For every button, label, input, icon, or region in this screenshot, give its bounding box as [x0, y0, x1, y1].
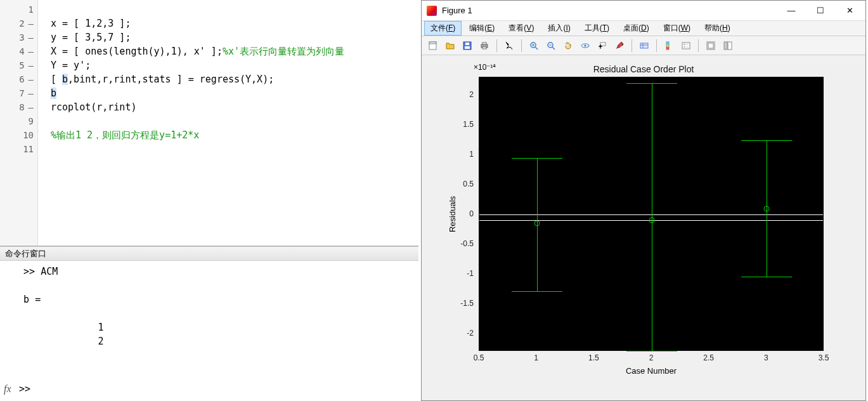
y-tick-label: 1.5 — [463, 120, 474, 129]
data-cursor-icon[interactable] — [595, 38, 610, 53]
svg-rect-21 — [640, 43, 648, 48]
residual-marker[interactable] — [534, 221, 540, 227]
y-tick-label: 1 — [469, 150, 474, 159]
x-tick-label: 3 — [764, 353, 768, 362]
editor-pane: 12–3–4–5–6–7–8–91011 x = [ 1,2,3 ];y = [… — [0, 0, 418, 246]
x-tick-label: 0.5 — [474, 353, 484, 362]
edit-plot-icon[interactable] — [502, 38, 517, 53]
code-line[interactable] — [51, 114, 406, 128]
figure-toolbar — [422, 36, 865, 55]
menu-view[interactable]: 查看(V) — [502, 21, 540, 36]
figure-window: Figure 1 — ☐ ✕ 文件(F) 编辑(E) 查看(V) 插入(I) 工… — [421, 0, 866, 401]
figure-menubar: 文件(F) 编辑(E) 查看(V) 插入(I) 工具(T) 桌面(D) 窗口(W… — [422, 21, 865, 36]
maximize-button[interactable]: ☐ — [806, 1, 835, 20]
line-number: 7– — [0, 86, 37, 100]
code-line[interactable]: %输出1 2，则回归方程是y=1+2*x — [51, 128, 406, 142]
x-tick-label: 1 — [534, 353, 538, 362]
line-number: 4– — [0, 44, 37, 58]
y-tick-label: -1 — [467, 269, 474, 278]
command-output-line — [6, 279, 412, 293]
residual-marker[interactable] — [764, 206, 770, 211]
code-line[interactable]: Y = y'; — [51, 58, 406, 72]
menu-window[interactable]: 窗口(W) — [657, 21, 697, 36]
x-axis-label: Case Number — [479, 366, 824, 376]
zoom-in-icon[interactable] — [526, 38, 541, 53]
errorbar[interactable] — [626, 83, 677, 352]
close-button[interactable]: ✕ — [835, 1, 864, 20]
window-controls: — ☐ ✕ — [777, 1, 864, 20]
new-figure-icon[interactable] — [425, 38, 441, 53]
y-tick-label: 2 — [469, 90, 474, 99]
x-tick-label: 2.5 — [703, 353, 714, 362]
y-tick-label: 0 — [469, 209, 474, 218]
open-icon[interactable] — [443, 38, 458, 53]
svg-rect-17 — [600, 43, 606, 46]
y-tick-label: -0.5 — [460, 239, 474, 248]
svg-line-9 — [535, 47, 538, 49]
menu-insert[interactable]: 插入(I) — [541, 21, 576, 36]
rotate-3d-icon[interactable] — [578, 38, 593, 53]
figure-titlebar[interactable]: Figure 1 — ☐ ✕ — [422, 1, 865, 21]
line-number: 6– — [0, 72, 37, 86]
svg-point-16 — [585, 44, 586, 46]
errorbar[interactable] — [741, 140, 792, 277]
line-number: 11 — [0, 142, 37, 156]
line-number: 1 — [0, 3, 37, 16]
code-area[interactable]: x = [ 1,2,3 ];y = [ 3,5,7 ];X = [ ones(l… — [38, 0, 418, 159]
toolbar-sep — [698, 39, 699, 52]
command-prompt[interactable]: >> — [19, 383, 30, 395]
svg-rect-33 — [708, 43, 713, 48]
command-window-body[interactable]: >> ACM b = 1 2 fx >> — [0, 261, 418, 401]
code-line[interactable]: b — [51, 86, 406, 100]
command-output-line — [6, 348, 412, 362]
hide-tools-icon[interactable] — [703, 38, 718, 53]
line-number: 3– — [0, 30, 37, 44]
svg-point-20 — [600, 45, 602, 47]
menu-tools[interactable]: 工具(T) — [578, 21, 616, 36]
menu-file[interactable]: 文件(F) — [424, 21, 462, 36]
code-line[interactable]: X = [ ones(length(y),1), x' ];%x'表示行向量转置… — [51, 44, 406, 58]
show-tools-icon[interactable] — [720, 38, 735, 53]
command-window: 命令行窗口 >> ACM b = 1 2 fx >> — [0, 246, 418, 401]
code-line[interactable] — [51, 3, 406, 16]
toolbar-sep — [632, 39, 632, 52]
chart: ×10⁻¹⁴ Residual Case Order Plot Residual… — [422, 62, 865, 394]
svg-rect-26 — [666, 47, 669, 49]
link-icon[interactable] — [637, 38, 652, 53]
code-line[interactable]: x = [ 1,2,3 ]; — [51, 16, 406, 30]
code-line[interactable] — [51, 142, 406, 156]
zoom-out-icon[interactable] — [543, 38, 559, 53]
command-output-line: 1 — [6, 320, 412, 334]
code-line[interactable]: y = [ 3,5,7 ]; — [51, 30, 406, 44]
svg-rect-35 — [728, 42, 732, 49]
command-window-title: 命令行窗口 — [0, 247, 418, 261]
svg-rect-25 — [666, 42, 669, 44]
pan-icon[interactable] — [560, 38, 576, 53]
save-icon[interactable] — [460, 38, 475, 53]
plot-area[interactable] — [479, 77, 824, 351]
figure-canvas[interactable]: ×10⁻¹⁴ Residual Case Order Plot Residual… — [422, 55, 865, 400]
line-gutter: 12–3–4–5–6–7–8–91011 — [0, 0, 38, 246]
brush-icon[interactable] — [612, 38, 627, 53]
figure-title: Figure 1 — [442, 6, 472, 15]
minimize-button[interactable]: — — [777, 1, 806, 20]
y-tick-label: -1.5 — [460, 299, 474, 308]
toolbar-sep — [521, 39, 522, 52]
print-icon[interactable] — [477, 38, 492, 53]
insert-colorbar-icon[interactable] — [661, 38, 677, 53]
svg-rect-3 — [465, 46, 470, 49]
errorbar[interactable] — [512, 158, 562, 292]
code-line[interactable]: rcoplot(r,rint) — [51, 100, 406, 114]
fx-icon[interactable]: fx — [4, 383, 11, 395]
toolbar-sep — [496, 39, 497, 52]
residual-marker[interactable] — [649, 218, 655, 223]
menu-help[interactable]: 帮助(H) — [698, 21, 737, 36]
x-tick-label: 2 — [649, 353, 654, 362]
code-line[interactable]: [ b,bint,r,rint,stats ] = regress(Y,X); — [51, 72, 406, 86]
chart-title: Residual Case Order Plot — [422, 64, 865, 74]
menu-desktop[interactable]: 桌面(D) — [617, 21, 656, 36]
insert-legend-icon[interactable] — [678, 38, 694, 53]
toolbar-sep — [656, 39, 657, 52]
matlab-icon — [427, 6, 437, 16]
menu-edit[interactable]: 编辑(E) — [463, 21, 501, 36]
